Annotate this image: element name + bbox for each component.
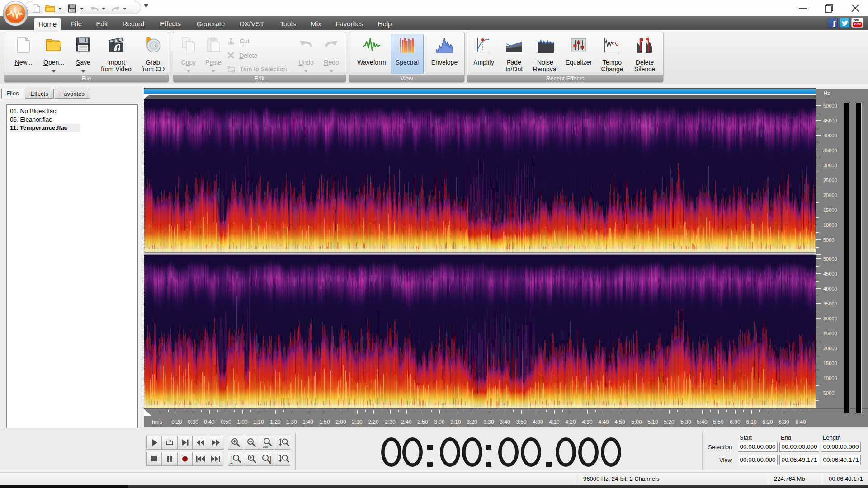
svg-text:100: 100 — [263, 445, 268, 448]
svg-text:[: [ — [230, 455, 232, 464]
svg-text:]: ] — [269, 455, 272, 464]
